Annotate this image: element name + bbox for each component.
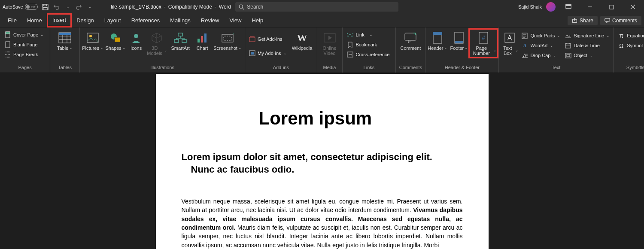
screenshot-button[interactable]: Screenshot⌄ — [212, 30, 243, 52]
online-video-button: Online Video — [319, 30, 340, 57]
tab-file[interactable]: File — [3, 14, 22, 27]
page-break-icon — [4, 51, 11, 58]
share-icon — [572, 18, 577, 23]
autosave-control[interactable]: AutoSave Off — [3, 4, 38, 10]
my-addins-button[interactable]: My Add-ins⌄ — [247, 49, 288, 58]
ribbon: Cover Page⌄ Blank Page Page Break Pages … — [0, 27, 644, 73]
symbol-button[interactable]: Ω Symbol⌄ — [616, 41, 644, 50]
svg-rect-44 — [565, 53, 571, 58]
drop-cap-icon: A — [521, 52, 528, 59]
undo-icon[interactable] — [53, 3, 60, 10]
group-comments: Comment Comments — [396, 27, 425, 73]
wikipedia-button[interactable]: W Wikipedia — [289, 30, 315, 52]
svg-rect-6 — [609, 5, 613, 9]
svg-rect-21 — [182, 39, 186, 43]
collapse-ribbon-button[interactable]: ⌃ — [638, 65, 642, 71]
svg-rect-11 — [6, 42, 10, 48]
cover-page-icon — [4, 31, 11, 38]
group-illustrations: Pictures⌄ Shapes⌄ Icons 3D Models⌄ Smart… — [80, 27, 245, 73]
document-subtitle[interactable]: Lorem ipsum dolor sit amet, consectetur … — [182, 151, 463, 176]
footer-button[interactable]: Footer⌄ — [449, 30, 469, 52]
search-box[interactable]: Search — [235, 2, 398, 12]
share-button[interactable]: Share — [568, 16, 598, 25]
blank-page-button[interactable]: Blank Page — [3, 40, 39, 49]
tab-home[interactable]: Home — [22, 14, 47, 27]
undo-dropdown[interactable]: ⌄ — [64, 3, 71, 10]
tab-insert[interactable]: Insert — [47, 14, 72, 27]
tab-layout[interactable]: Layout — [99, 14, 126, 27]
page-number-button[interactable]: # Page Number⌄ — [470, 30, 497, 57]
user-name[interactable]: Sajid Shaik — [518, 4, 542, 9]
maximize-button[interactable] — [603, 1, 620, 13]
quick-parts-button[interactable]: Quick Parts⌄ — [519, 31, 562, 40]
date-time-icon — [565, 42, 571, 49]
minimize-button[interactable] — [581, 1, 598, 13]
document-title[interactable]: Lorem ipsum — [259, 108, 463, 129]
comments-button[interactable]: Comments — [600, 16, 641, 25]
svg-rect-14 — [87, 33, 98, 43]
group-label-media: Media — [319, 65, 340, 73]
svg-rect-29 — [251, 52, 254, 55]
icons-button[interactable]: Icons — [127, 30, 145, 52]
tab-view[interactable]: View — [224, 14, 246, 27]
tab-help[interactable]: Help — [246, 14, 268, 27]
group-label-tables: Tables — [52, 65, 78, 73]
tab-review[interactable]: Review — [196, 14, 225, 27]
pictures-icon — [86, 31, 100, 45]
user-avatar[interactable] — [546, 2, 556, 12]
bookmark-button[interactable]: Bookmark — [345, 40, 379, 49]
addins-icon — [249, 50, 255, 57]
wordart-button[interactable]: A WordArt⌄ — [519, 41, 562, 50]
date-time-button[interactable]: Date & Time — [563, 41, 611, 50]
table-button[interactable]: Table⌄ — [52, 30, 78, 52]
document-body[interactable]: Vestibulum neque massa, scelerisque sit … — [182, 197, 463, 249]
svg-rect-27 — [249, 38, 255, 42]
comment-button[interactable]: Comment — [398, 30, 423, 52]
wordart-icon: A — [521, 42, 528, 49]
document-page[interactable]: Lorem ipsum Lorem ipsum dolor sit amet, … — [156, 74, 489, 249]
svg-rect-20 — [174, 39, 179, 43]
tab-references[interactable]: References — [126, 14, 165, 27]
svg-rect-36 — [455, 41, 463, 43]
equation-button[interactable]: π Equation⌄ — [616, 31, 644, 40]
wikipedia-icon: W — [295, 31, 309, 45]
shapes-icon — [109, 31, 122, 45]
svg-rect-1 — [44, 4, 47, 6]
header-button[interactable]: Header⌄ — [427, 30, 448, 52]
get-addins-button[interactable]: Get Add-ins — [247, 34, 288, 44]
group-label-header-footer: Header & Footer — [427, 65, 497, 73]
document-area[interactable]: Lorem ipsum Lorem ipsum dolor sit amet, … — [0, 73, 644, 249]
tab-mailings[interactable]: Mailings — [165, 14, 196, 27]
save-icon[interactable] — [42, 3, 49, 10]
cover-page-button[interactable]: Cover Page⌄ — [3, 30, 46, 39]
cross-reference-button[interactable]: Cross-reference — [345, 50, 392, 59]
object-button[interactable]: Object⌄ — [563, 51, 611, 60]
smartart-button[interactable]: SmartArt — [168, 30, 192, 52]
page-break-button[interactable]: Page Break — [3, 50, 39, 59]
group-pages: Cover Page⌄ Blank Page Page Break Pages — [0, 27, 50, 73]
group-media: Online Video Media — [317, 27, 343, 73]
object-icon — [565, 52, 571, 59]
drop-cap-button[interactable]: A Drop Cap⌄ — [519, 51, 562, 60]
search-icon — [239, 4, 244, 10]
tab-design[interactable]: Design — [71, 14, 99, 27]
autosave-toggle[interactable]: Off — [25, 4, 38, 10]
signature-line-button[interactable]: Signature Line⌄ — [563, 31, 611, 40]
chart-button[interactable]: Chart — [193, 30, 211, 52]
qat-customize[interactable]: ⌄ — [87, 3, 94, 10]
redo-icon[interactable] — [76, 3, 82, 10]
store-icon — [249, 36, 255, 43]
cube-icon — [150, 31, 164, 45]
text-box-icon: A — [503, 31, 516, 45]
bookmark-icon — [347, 41, 354, 48]
text-box-button[interactable]: A Text Box⌄ — [501, 30, 519, 57]
shapes-button[interactable]: Shapes⌄ — [105, 30, 126, 52]
svg-text:A: A — [507, 34, 512, 42]
link-button[interactable]: Link⌄ — [345, 30, 374, 39]
ribbon-mode-icon[interactable] — [560, 1, 577, 13]
close-button[interactable] — [624, 1, 641, 13]
group-addins: Get Add-ins My Add-ins⌄ W Wikipedia Add-… — [245, 27, 317, 73]
pictures-button[interactable]: Pictures⌄ — [82, 30, 104, 52]
screenshot-icon — [221, 31, 234, 45]
svg-rect-23 — [201, 36, 203, 43]
